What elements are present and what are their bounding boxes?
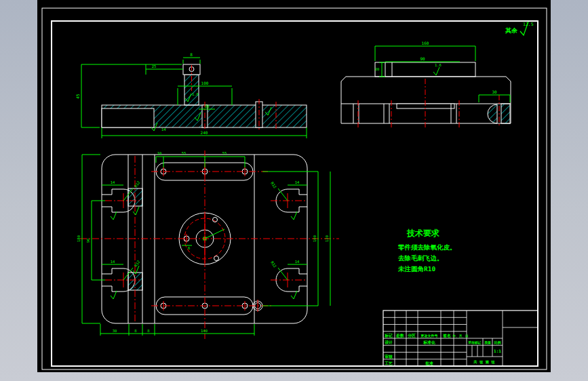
- drawing-sheet: 240 100 45 8 25 30 1.6 14: [37, 0, 551, 372]
- dim-notch-r: R12: [134, 180, 141, 188]
- dim-notch-r: R12: [134, 260, 141, 268]
- roughness-icon: [291, 291, 297, 299]
- dim-side-left: 20: [375, 67, 380, 71]
- tb-scale: 比例: [494, 340, 501, 345]
- front-rough-value: 1.6: [192, 92, 199, 96]
- dim-top-a: 10: [157, 151, 162, 155]
- side-section-view: 160 90 20 30 1.6: [341, 41, 511, 127]
- tech-line: 零件须去除氧化皮。: [397, 243, 456, 251]
- dim-top-b: 55: [182, 151, 187, 155]
- dim-right-outer: 120: [325, 235, 329, 242]
- dim-notch-r: R12: [270, 260, 277, 268]
- roughness-icon: [433, 67, 439, 75]
- front-bottom-note: 14: [161, 127, 166, 132]
- roughness-icon: [111, 212, 117, 220]
- tb-sheets: 共 张 第 张: [473, 360, 495, 365]
- tb-count: 处数: [395, 333, 404, 338]
- plan-centerlines: [80, 151, 339, 339]
- dim-bottom-b: 8: [134, 329, 136, 333]
- corner-note-value: 12.5: [523, 22, 534, 27]
- roughness-icon: [133, 207, 139, 215]
- dim-left-outer: 180: [77, 235, 81, 242]
- dim-right-inner: 100: [313, 235, 317, 242]
- tb-change-doc: 更改文件号: [420, 334, 438, 338]
- front-section-view: 240 100 45 8 25 30 1.6 14: [75, 52, 307, 138]
- side-hatch-semicircle: [488, 104, 497, 123]
- roughness-icon: [111, 291, 117, 299]
- tb-weight: 质量: [484, 340, 491, 344]
- tech-line: 未注圆角R10: [397, 265, 435, 273]
- dim-notch-w: 14: [111, 180, 115, 184]
- tb-zone: 分区: [407, 333, 416, 338]
- corner-finish-note: 其余 12.5: [505, 22, 534, 35]
- dim-notch-r: R12: [270, 181, 277, 189]
- side-rough-value: 1.6: [435, 63, 442, 67]
- dim-side-step: 90: [420, 56, 425, 61]
- tb-approve: 批准: [425, 361, 433, 366]
- dim-bottom-d: 140: [201, 329, 208, 333]
- dim-side-overall: 160: [422, 41, 429, 45]
- dim-cap-width: 8: [190, 52, 193, 57]
- cad-viewport: 240 100 45 8 25 30 1.6 14: [0, 0, 588, 381]
- title-block-grid: [383, 310, 538, 366]
- tb-stage: 阶段标记: [469, 340, 482, 345]
- sheet-border-inner: [52, 21, 538, 366]
- tb-scale-value: 1:1: [494, 348, 501, 353]
- dim-left-inner: 90: [86, 239, 90, 243]
- dim-side-right: 30: [492, 89, 497, 94]
- dim-bottom-c: 8: [147, 329, 149, 333]
- tech-title: 技术要求: [406, 228, 439, 238]
- tb-sign: 签名: [442, 334, 451, 338]
- side-body: [341, 77, 511, 123]
- dim-front-slot: 30: [204, 104, 210, 108]
- tb-date: 年、月、日: [452, 334, 469, 338]
- side-top-step: [375, 62, 475, 77]
- tb-audit: 审核: [385, 354, 393, 359]
- dim-front-width: 100: [201, 81, 209, 85]
- dim-cap-offset: 25: [152, 64, 157, 68]
- corner-note-text: 其余: [505, 27, 518, 34]
- dim-bottom-a: 30: [113, 329, 117, 333]
- roughness-icon: [291, 212, 297, 220]
- dim-front-height: 45: [75, 94, 80, 99]
- tb-design: 设计: [384, 340, 393, 344]
- title-block: 标记 处数 分区 更改文件号 签名 年、月、日 设计 标准化 审核 工艺 批准 …: [383, 310, 538, 366]
- dim-hole-off: 6: [188, 246, 190, 250]
- dim-top-c: 55: [222, 151, 227, 155]
- dim-front-overall: 240: [201, 130, 208, 135]
- dim-notch-w: 14: [295, 260, 300, 264]
- side-dimensions: [375, 46, 510, 102]
- drawing-canvas: 240 100 45 8 25 30 1.6 14: [37, 0, 551, 372]
- dim-notch-w: 14: [111, 260, 115, 264]
- base-left-block: [102, 108, 154, 127]
- plan-view: 10 55 55 30 8 8 140 180 90 100 120 14 14…: [77, 151, 339, 339]
- tb-mark: 标记: [384, 333, 393, 338]
- title-block-labels: 标记 处数 分区 更改文件号 签名 年、月、日 设计 标准化 审核 工艺 批准 …: [384, 333, 501, 366]
- side-hatch-rect: [501, 104, 510, 123]
- tech-line: 去除毛刺飞边。: [397, 254, 444, 262]
- bolt-hole: [214, 256, 219, 261]
- tb-standard: 标准化: [423, 340, 435, 345]
- dim-notch-w: 14: [295, 180, 300, 184]
- tb-process: 工艺: [384, 361, 393, 365]
- side-centerlines: [358, 79, 499, 127]
- tech-requirements: 技术要求 零件须去除氧化皮。 去除毛刺飞边。 未注圆角R10: [397, 228, 456, 273]
